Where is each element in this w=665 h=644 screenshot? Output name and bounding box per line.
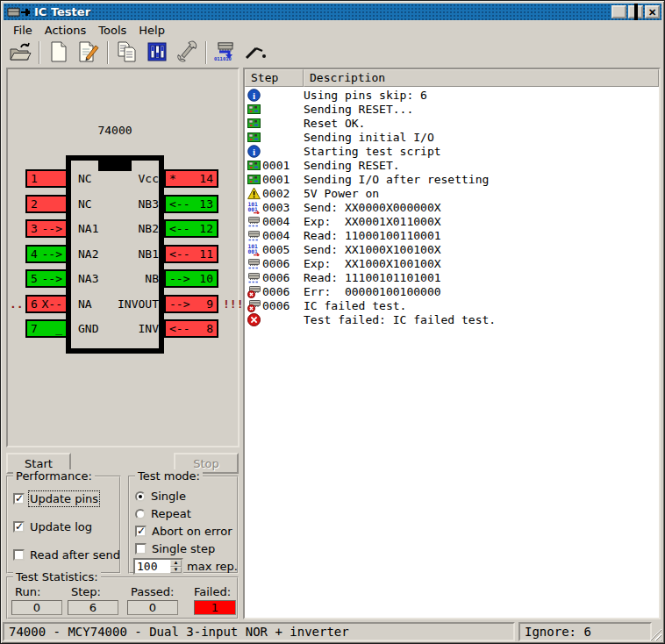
checkbox-abort-on-error[interactable]: Abort on error: [130, 524, 237, 539]
column-header-description[interactable]: Description: [304, 69, 659, 87]
log-row[interactable]: Reset OK.: [245, 116, 659, 130]
pin-direction: <--: [169, 248, 189, 260]
max-rep-label: max rep.: [187, 560, 238, 573]
log-row[interactable]: 0001Sending RESET.: [245, 158, 659, 172]
log-row[interactable]: 0006Read: 11100101101001: [245, 270, 659, 284]
chip-read-icon: [247, 229, 262, 242]
toolbar-separator: [205, 41, 207, 64]
edit-document-button[interactable]: [74, 39, 104, 66]
checkbox-label: Abort on error: [152, 525, 232, 538]
max-rep-spinbox: ▲ ▼: [133, 558, 183, 575]
log-description: IC failed test.: [304, 299, 406, 312]
log-row[interactable]: 0001Sending I/O after resetting: [245, 172, 659, 186]
close-button[interactable]: ✕: [645, 5, 660, 18]
log-row[interactable]: 0004Exp: XX0001X011000X: [245, 214, 659, 228]
open-file-button[interactable]: [5, 39, 35, 66]
checkbox-single-step[interactable]: Single step: [130, 541, 237, 556]
copy-button[interactable]: [112, 39, 142, 66]
log-row[interactable]: 0006IC failed test.: [245, 298, 659, 312]
pin-number: 2: [31, 198, 38, 210]
checkbox-update-pins[interactable]: Update pins: [8, 491, 119, 506]
log-description: Err: 00000100100000: [304, 285, 441, 298]
log-step: 0001: [262, 173, 304, 186]
menu-actions[interactable]: Actions: [39, 23, 93, 38]
pin-number: 6: [31, 298, 38, 310]
log-step: 0004: [262, 215, 304, 228]
radio-single[interactable]: Single: [130, 489, 237, 504]
log-row[interactable]: Sending RESET...: [245, 102, 659, 116]
column-header-step[interactable]: Step: [245, 69, 304, 87]
log-row[interactable]: 00025V Power on: [245, 186, 659, 200]
chip-error-icon: [247, 299, 262, 312]
log-header: Step Description: [245, 69, 659, 87]
radio-repeat[interactable]: Repeat: [130, 506, 237, 521]
pin-direction: -->: [169, 298, 189, 310]
pin-number: 13: [199, 198, 213, 210]
log-row[interactable]: 1010010003Send: XX0000X000000X: [245, 200, 659, 214]
pin-number: 5: [31, 273, 38, 284]
pin-number: 10: [199, 273, 213, 284]
spin-down-button[interactable]: ▼: [170, 567, 182, 574]
test-ic-button[interactable]: 011010: [211, 39, 240, 66]
spin-up-button[interactable]: ▲: [170, 560, 182, 567]
checkbox-box: [13, 549, 25, 561]
menu-help[interactable]: Help: [132, 23, 171, 38]
device-description: 74000 - MCY74000 - Dual 3-input NOR + in…: [9, 625, 349, 639]
pin-number: 7: [31, 323, 38, 334]
log-row[interactable]: Test failed: IC failed test.: [245, 312, 659, 326]
pin-number: 3: [31, 223, 38, 234]
pin-error-flag: !!!: [223, 295, 243, 313]
log-description: Sending RESET...: [304, 103, 413, 116]
new-document-button[interactable]: [44, 39, 74, 66]
pin-6-label: NA: [78, 295, 92, 313]
log-row[interactable]: iStarting test script: [245, 144, 659, 158]
probe-button[interactable]: [240, 39, 270, 66]
checkbox-update-log[interactable]: Update log: [8, 519, 119, 534]
probe-icon: [244, 40, 267, 66]
board-ok-icon: [247, 159, 262, 172]
log-row[interactable]: Sending initial I/O: [245, 130, 659, 144]
menu-file[interactable]: File: [7, 23, 39, 38]
board-ok-icon: [247, 131, 262, 144]
pin-direction: <--: [169, 198, 189, 210]
log-row[interactable]: 1010010005Send: XX1000X100100X: [245, 242, 659, 256]
dip-switches-button[interactable]: [142, 39, 172, 66]
stat-value: 0: [11, 600, 62, 615]
app-window: IC Tester ✕ FileActionsToolsHelp 011010 …: [0, 0, 665, 644]
log-row[interactable]: iUsing pins skip: 6: [245, 88, 659, 102]
wrench-button[interactable]: [172, 39, 202, 66]
pin-8-label: INV: [96, 319, 159, 338]
checkbox-label: Update pins: [30, 492, 98, 505]
checkbox-label: Read after send: [30, 548, 120, 562]
toolbar: 011010: [4, 39, 661, 67]
pin-13-label: NB3: [96, 195, 159, 213]
pin-14-state: *14: [164, 169, 218, 188]
log-row[interactable]: 0006Exp: XX1000X100100X: [245, 256, 659, 270]
stat-label: Failed:: [194, 585, 236, 598]
pin-11-label: NB1: [96, 245, 159, 263]
stat-label: Passed:: [131, 585, 178, 598]
checkbox-read-after-send[interactable]: Read after send: [8, 547, 119, 562]
log-row[interactable]: 0004Read: 11000100110001: [245, 228, 659, 242]
svg-text:i: i: [253, 146, 255, 156]
pin-7-state: 7_: [25, 319, 68, 338]
titlebar[interactable]: IC Tester ✕: [4, 4, 661, 20]
log-row[interactable]: 0006Err: 00000100100000: [245, 284, 659, 298]
maximize-button[interactable]: [628, 5, 643, 18]
pin-direction: X--: [42, 298, 62, 310]
dip-switches-icon: [146, 40, 168, 66]
pin-direction: -->: [169, 273, 189, 284]
menu-tools[interactable]: Tools: [92, 23, 132, 38]
max-rep-input[interactable]: [135, 560, 170, 573]
maximize-icon: [634, 5, 638, 18]
pin-direction: *: [169, 173, 176, 184]
minimize-button[interactable]: [611, 5, 626, 18]
info-icon: i: [247, 145, 262, 158]
stat-label: Run:: [15, 585, 62, 598]
performance-frame: Performance: Update pinsUpdate logRead a…: [6, 476, 121, 574]
pin-10-state: -->10: [164, 269, 218, 288]
pin-2-state: 2: [25, 195, 68, 213]
checkbox-label: Update log: [30, 520, 92, 533]
pin-12-state: <--12: [164, 219, 218, 238]
log-step: 0006: [262, 299, 304, 312]
